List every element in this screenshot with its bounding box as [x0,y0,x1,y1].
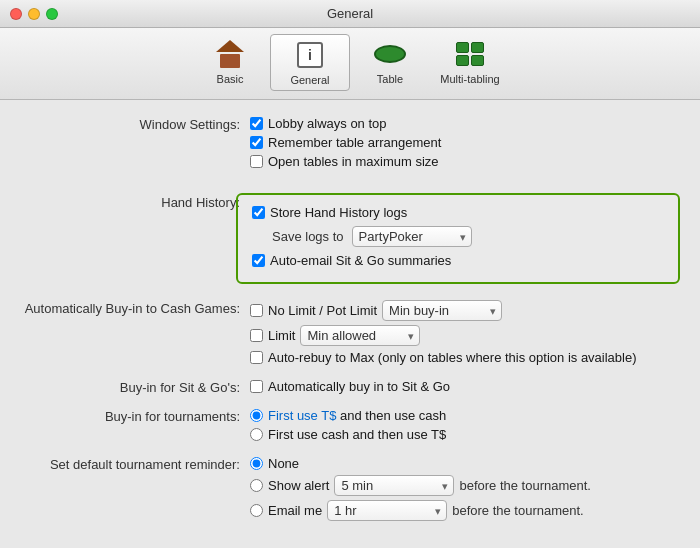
reminder-none-radio[interactable] [250,457,263,470]
toolbar: Basic i General Table Multi-tabling [0,28,700,100]
limit-row: Limit Min allowed Max allowed Custom [250,325,680,346]
open-max-label[interactable]: Open tables in maximum size [268,154,439,169]
nolimit-row: No Limit / Pot Limit Min buy-in Max buy-… [250,300,680,321]
tournament-option2-row: First use cash and then use T$ [250,427,680,442]
autorebuy-checkbox[interactable] [250,351,263,364]
save-logs-row: Save logs to PartyPoker Documents Deskto… [252,226,664,247]
open-max-row: Open tables in maximum size [250,154,680,169]
title-bar: General [0,0,700,28]
window-settings-controls: Lobby always on top Remember table arran… [250,116,680,173]
buyin-sitgo-row: Buy-in for Sit & Go's: Automatically buy… [20,379,680,398]
remember-table-checkbox[interactable] [250,136,263,149]
tournament-reminder-controls: None Show alert 1 min 2 min 5 min 10 min… [250,456,680,525]
reminder-email-label[interactable]: Email me [268,503,322,518]
email-time-select[interactable]: 30 min 1 hr 2 hr 24 hr [327,500,447,521]
nolimit-select[interactable]: Min buy-in Max buy-in Custom [382,300,502,321]
autorebuy-label[interactable]: Auto-rebuy to Max (only on tables where … [268,350,637,365]
limit-label[interactable]: Limit [268,328,295,343]
window-settings-row: Window Settings: Lobby always on top Rem… [20,116,680,173]
save-logs-text: Save logs to [272,229,344,244]
limit-select[interactable]: Min allowed Max allowed Custom [300,325,420,346]
auto-sitgo-row: Automatically buy in to Sit & Go [250,379,680,394]
tab-general[interactable]: i General [270,34,350,91]
alert-time-select-wrapper: 1 min 2 min 5 min 10 min 15 min 30 min [334,475,454,496]
autorebuy-row: Auto-rebuy to Max (only on tables where … [250,350,680,365]
hand-history-label: Hand History: [20,183,250,210]
house-icon [214,38,246,70]
lobby-top-row: Lobby always on top [250,116,680,131]
tab-basic-label: Basic [217,73,244,85]
tournament-reminder-label: Set default tournament reminder: [20,456,250,472]
multitable-icon [454,38,486,70]
auto-email-row: Auto-email Sit & Go summaries [252,253,664,268]
auto-sitgo-checkbox[interactable] [250,380,263,393]
close-button[interactable] [10,8,22,20]
tournament-option1-row: First use T$ and then use cash [250,408,680,423]
lobby-top-checkbox[interactable] [250,117,263,130]
tournament-option2-radio[interactable] [250,428,263,441]
reminder-alert-radio[interactable] [250,479,263,492]
tournament-option2-label[interactable]: First use cash and then use T$ [268,427,446,442]
settings-content: Window Settings: Lobby always on top Rem… [0,100,700,547]
hand-history-controls: Store Hand History logs Save logs to Par… [250,183,680,294]
tournament-option1-text: and then use cash [340,408,446,423]
table-icon [374,38,406,70]
store-logs-checkbox[interactable] [252,206,265,219]
minimize-button[interactable] [28,8,40,20]
reminder-email-radio[interactable] [250,504,263,517]
general-icon: i [294,39,326,71]
tournament-option1-label[interactable]: First use T$ and then use cash [268,408,446,423]
alert-time-select[interactable]: 1 min 2 min 5 min 10 min 15 min 30 min [334,475,454,496]
tab-multitabling-label: Multi-tabling [440,73,499,85]
nolimit-label[interactable]: No Limit / Pot Limit [268,303,377,318]
tab-table-label: Table [377,73,403,85]
tab-multitabling[interactable]: Multi-tabling [430,34,510,91]
alert-before-text: before the tournament. [459,478,591,493]
traffic-lights [10,8,58,20]
auto-buyin-label: Automatically Buy-in to Cash Games: [20,300,250,316]
auto-email-checkbox[interactable] [252,254,265,267]
reminder-none-label[interactable]: None [268,456,299,471]
save-logs-select[interactable]: PartyPoker Documents Desktop [352,226,472,247]
email-before-text: before the tournament. [452,503,584,518]
buyin-tournaments-controls: First use T$ and then use cash First use… [250,408,680,446]
maximize-button[interactable] [46,8,58,20]
window-settings-label: Window Settings: [20,116,250,132]
auto-sitgo-label[interactable]: Automatically buy in to Sit & Go [268,379,450,394]
hand-history-row: Hand History: Store Hand History logs Sa… [20,183,680,294]
nolimit-select-wrapper: Min buy-in Max buy-in Custom [382,300,502,321]
lobby-top-label[interactable]: Lobby always on top [268,116,387,131]
remember-table-row: Remember table arrangement [250,135,680,150]
limit-checkbox[interactable] [250,329,263,342]
store-logs-row: Store Hand History logs [252,205,664,220]
reminder-none-row: None [250,456,680,471]
reminder-alert-row: Show alert 1 min 2 min 5 min 10 min 15 m… [250,475,680,496]
email-time-select-wrapper: 30 min 1 hr 2 hr 24 hr [327,500,447,521]
reminder-email-row: Email me 30 min 1 hr 2 hr 24 hr before t… [250,500,680,521]
buyin-sitgo-controls: Automatically buy in to Sit & Go [250,379,680,398]
auto-buyin-row: Automatically Buy-in to Cash Games: No L… [20,300,680,369]
tournament-reminder-row: Set default tournament reminder: None Sh… [20,456,680,525]
nolimit-checkbox[interactable] [250,304,263,317]
hand-history-box: Store Hand History logs Save logs to Par… [236,193,680,284]
tab-general-label: General [290,74,329,86]
open-max-checkbox[interactable] [250,155,263,168]
store-logs-label[interactable]: Store Hand History logs [270,205,407,220]
remember-table-label[interactable]: Remember table arrangement [268,135,441,150]
tab-table[interactable]: Table [350,34,430,91]
save-logs-select-wrapper: PartyPoker Documents Desktop [352,226,472,247]
buyin-tournaments-row: Buy-in for tournaments: First use T$ and… [20,408,680,446]
buyin-tournaments-label: Buy-in for tournaments: [20,408,250,424]
tournament-option1-radio[interactable] [250,409,263,422]
buyin-sitgo-label: Buy-in for Sit & Go's: [20,379,250,395]
window-title: General [327,6,373,21]
limit-select-wrapper: Min allowed Max allowed Custom [300,325,420,346]
tab-basic[interactable]: Basic [190,34,270,91]
reminder-alert-label[interactable]: Show alert [268,478,329,493]
auto-buyin-controls: No Limit / Pot Limit Min buy-in Max buy-… [250,300,680,369]
auto-email-label[interactable]: Auto-email Sit & Go summaries [270,253,451,268]
